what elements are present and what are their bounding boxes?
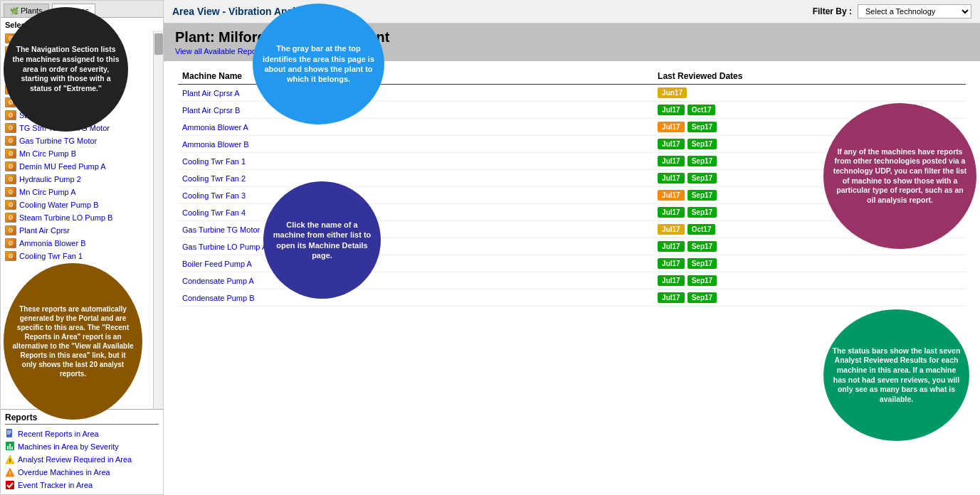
callout-navigation: The Navigation Section lists the machine…: [4, 7, 128, 132]
status-badge: Jul17: [658, 275, 685, 286]
machine-list-item[interactable]: ⚙Steam Turbine LO Pump B: [1, 211, 153, 224]
machine-list-item[interactable]: ⚙Plant Air Cprsr: [1, 224, 153, 237]
status-badge: Jul17: [658, 224, 685, 235]
machine-name-cell[interactable]: Condensate Pump B: [178, 289, 653, 307]
report-list-item[interactable]: Recent Reports in Area: [5, 427, 159, 440]
machine-icon: ⚙: [5, 174, 16, 184]
callout-status-text: The status bars show the last seven Anal…: [832, 346, 961, 405]
svg-rect-0: [6, 429, 12, 437]
status-badges: Jul17Sep17: [658, 275, 961, 286]
machine-name-cell[interactable]: Cooling Twr Fan 3: [178, 187, 653, 204]
callout-filter-text: If any of the machines have reports from…: [832, 147, 968, 206]
status-badge: Sep17: [687, 292, 717, 303]
machine-list-item[interactable]: ⚙Demin MU Feed Pump A: [1, 160, 153, 173]
report-icon-chart: [5, 442, 15, 452]
machine-icon: ⚙: [5, 161, 16, 171]
machine-icon: ⚙: [5, 136, 16, 146]
machine-name-label: Demin MU Feed Pump A: [19, 162, 106, 171]
col-last-reviewed: Last Reviewed Dates: [653, 68, 966, 85]
machine-name-cell[interactable]: Boiler Feed Pump A: [178, 255, 653, 272]
machine-name-cell[interactable]: Plant Air Cprsr B: [178, 102, 653, 119]
machine-name-label: Cooling Twr Fan 1: [19, 252, 83, 260]
status-badge: Sep17: [687, 190, 717, 201]
machine-name-cell[interactable]: Condensate Pump A: [178, 272, 653, 289]
machine-list-item[interactable]: ⚙Mn Circ Pump B: [1, 147, 153, 160]
main-container: 🌿 Plants 📋 Areas Select the Machine: ⚙Am…: [0, 0, 980, 495]
report-icon-overdue: !: [5, 467, 15, 477]
machine-list-item[interactable]: ⚙Gas Turbine TG Motor: [1, 134, 153, 147]
machine-list-item[interactable]: ⚙Mn Circ Pump A: [1, 186, 153, 198]
svg-rect-6: [9, 444, 11, 449]
report-list-item[interactable]: Machines in Area by Severity: [5, 440, 159, 453]
status-badge: Sep17: [687, 275, 717, 286]
filter-label: Filter By :: [813, 6, 852, 16]
machine-name-cell[interactable]: Ammonia Blower A: [178, 119, 653, 136]
machine-icon: ⚙: [5, 200, 16, 210]
machine-name-cell[interactable]: Gas Turbine LO Pump A: [178, 238, 653, 255]
machine-icon: ⚙: [5, 213, 16, 223]
status-badge: Oct17: [687, 105, 716, 115]
report-icon-check: [5, 480, 15, 490]
machine-name-cell[interactable]: Cooling Twr Fan 2: [178, 170, 653, 187]
plants-icon: 🌿: [10, 7, 19, 15]
status-badge: Oct17: [687, 224, 716, 235]
machine-name-label: Mn Circ Pump B: [19, 149, 76, 158]
status-badge: Sep17: [687, 258, 717, 269]
status-badge: Jul17: [658, 258, 685, 269]
machine-name-cell[interactable]: Cooling Twr Fan 4: [178, 204, 653, 221]
status-badge: Sep17: [687, 241, 717, 252]
machine-list-item[interactable]: ⚙Hydraulic Pump 2: [1, 173, 153, 186]
report-list-item[interactable]: !Overdue Machines in Area: [5, 466, 159, 479]
status-badge: Sep17: [687, 207, 717, 218]
status-badge: Jul17: [658, 156, 685, 166]
reports-list: Recent Reports in AreaMachines in Area b…: [5, 427, 159, 491]
machine-name-cell[interactable]: Cooling Twr Fan 1: [178, 153, 653, 170]
status-badge: Jun17: [658, 87, 687, 98]
machine-name-cell[interactable]: Plant Air Cprsr A: [178, 85, 653, 102]
scrollbar-track[interactable]: [153, 31, 163, 409]
machine-icon: ⚙: [5, 149, 16, 159]
technology-filter[interactable]: Select a Technology: [858, 4, 971, 18]
status-badge: Sep17: [687, 122, 717, 132]
machine-name-label: Plant Air Cprsr: [19, 226, 70, 235]
scroll-thumb[interactable]: [154, 33, 163, 55]
report-label: Overdue Machines in Area: [18, 468, 110, 477]
filter-section: Filter By : Select a Technology: [813, 4, 971, 18]
badge-cell: Jul17Sep17: [653, 289, 966, 307]
machine-name-label: Mn Circ Pump A: [19, 188, 75, 196]
status-badge: Jul17: [658, 207, 685, 218]
status-badge: Jul17: [658, 139, 685, 149]
reports-section: Reports Recent Reports in AreaMachines i…: [1, 409, 163, 494]
machine-icon: ⚙: [5, 225, 16, 235]
machine-icon: ⚙: [5, 251, 16, 261]
machine-name-label: Steam Turbine LO Pump B: [19, 213, 112, 222]
callout-status: The status bars show the last seven Anal…: [823, 309, 969, 441]
machine-icon: ⚙: [5, 187, 16, 197]
machine-list-item[interactable]: ⚙Ammonia Blower B: [1, 237, 153, 250]
report-list-item[interactable]: !Analyst Review Required in Area: [5, 453, 159, 466]
machine-list-item[interactable]: ⚙Cooling Twr Fan 1: [1, 250, 153, 262]
status-badges: Jul17Sep17: [658, 258, 961, 269]
status-badge: Jul17: [658, 292, 685, 303]
status-badge: Jul17: [658, 105, 685, 115]
callout-reports: These reports are automatically generate…: [4, 263, 142, 420]
badge-cell: Jul17Sep17: [653, 255, 966, 272]
report-icon-warning: !: [5, 454, 15, 464]
status-badge: Jul17: [658, 190, 685, 201]
status-badge: Jul17: [658, 241, 685, 252]
callout-filter: If any of the machines have reports from…: [823, 103, 976, 249]
report-list-item[interactable]: Event Tracker in Area: [5, 479, 159, 491]
machine-name-label: Ammonia Blower B: [19, 239, 86, 247]
report-label: Analyst Review Required in Area: [18, 455, 132, 464]
machine-list-item[interactable]: ⚙Cooling Water Pump B: [1, 198, 153, 211]
status-badge: Sep17: [687, 156, 717, 166]
machine-name-cell[interactable]: Gas Turbine TG Motor: [178, 221, 653, 238]
machine-name-cell[interactable]: Ammonia Blower B: [178, 136, 653, 153]
machine-icon: ⚙: [5, 110, 16, 120]
machine-name-label: Hydraulic Pump 2: [19, 175, 81, 183]
callout-reports-text: These reports are automatically generate…: [12, 304, 134, 378]
status-badge: Sep17: [687, 173, 717, 183]
col-machine-name: Machine Name: [178, 68, 653, 85]
badge-cell: Jun17: [653, 85, 966, 102]
callout-click-text: Click the name of a machine from either …: [272, 220, 372, 260]
